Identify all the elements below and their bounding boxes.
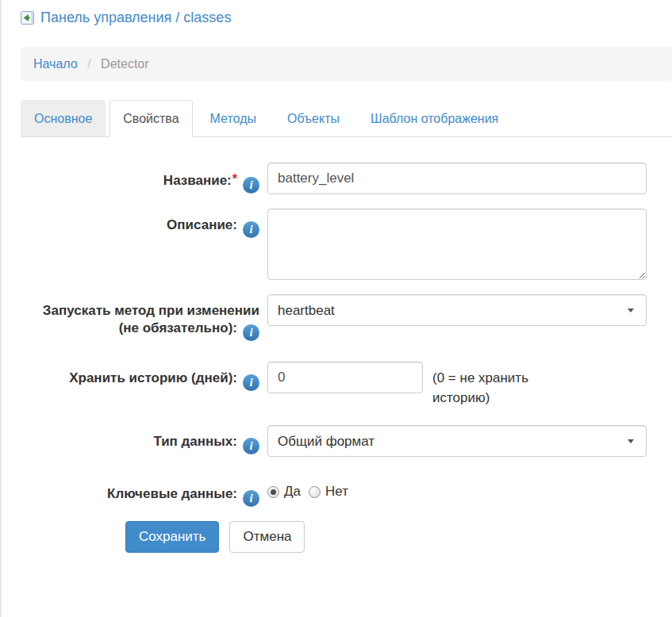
history-label: Хранить историю (дней):i [2, 362, 259, 408]
breadcrumb-separator: / [87, 57, 90, 71]
info-icon[interactable]: i [243, 221, 259, 238]
tab-bar: Основное Свойства Методы Объекты Шаблон … [21, 100, 672, 137]
tab-main[interactable]: Основное [21, 100, 106, 137]
breadcrumb: Начало / Detector [21, 47, 672, 81]
info-icon[interactable]: i [243, 490, 259, 507]
info-icon[interactable]: i [243, 324, 259, 341]
description-textarea[interactable] [267, 209, 647, 280]
data-type-row: Тип данных:i Общий формат [2, 425, 672, 457]
key-data-row: Ключевые данные:i Да Нет [2, 477, 672, 507]
radio-yes[interactable] [267, 486, 279, 498]
required-asterisk: * [232, 172, 237, 186]
name-row: Название:*i [2, 163, 672, 194]
description-row: Описание:i [2, 209, 672, 280]
radio-no-label[interactable]: Нет [325, 484, 348, 500]
history-help-text: (0 = не хранить историю) [432, 362, 566, 408]
name-label: Название:*i [2, 163, 259, 194]
info-icon[interactable]: i [243, 177, 259, 194]
radio-yes-label[interactable]: Да [284, 484, 301, 500]
properties-form: Название:*i Описание:i Запускать метод п… [2, 163, 672, 553]
application-window-icon [21, 11, 34, 25]
method-select[interactable]: heartbeat [267, 294, 647, 326]
tab-display-template[interactable]: Шаблон отображения [357, 100, 512, 137]
tab-properties[interactable]: Свойства [109, 100, 192, 137]
method-label: Запускать метод при изменении (не обязат… [2, 294, 259, 341]
cancel-button[interactable]: Отмена [229, 521, 305, 553]
tab-methods[interactable]: Методы [197, 100, 270, 137]
history-row: Хранить историю (дней):i (0 = не хранить… [2, 362, 672, 408]
key-data-radio-group: Да Нет [267, 477, 672, 500]
key-data-label: Ключевые данные:i [2, 477, 259, 507]
form-buttons: Сохранить Отмена [125, 521, 672, 553]
breadcrumb-current: Detector [101, 57, 148, 71]
breadcrumb-home-link[interactable]: Начало [33, 57, 78, 71]
description-label: Описание:i [2, 209, 259, 280]
method-row: Запускать метод при изменении (не обязат… [2, 294, 672, 341]
data-type-label: Тип данных:i [2, 425, 259, 457]
save-button[interactable]: Сохранить [125, 521, 219, 553]
data-type-select[interactable]: Общий формат [267, 425, 647, 457]
history-days-input[interactable] [267, 362, 423, 393]
radio-no[interactable] [309, 486, 321, 498]
info-icon[interactable]: i [243, 374, 259, 391]
tab-objects[interactable]: Объекты [274, 100, 353, 137]
name-input[interactable] [267, 163, 647, 194]
page-header: Панель управления / classes [2, 0, 672, 26]
panel-title-link[interactable]: Панель управления / classes [40, 10, 231, 26]
info-icon[interactable]: i [243, 438, 259, 454]
